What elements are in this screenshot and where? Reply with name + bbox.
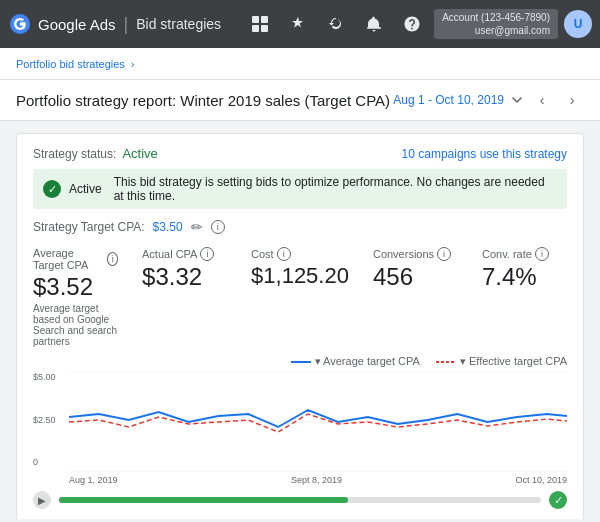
target-cpa-value: $3.50 [153, 220, 183, 234]
conversions-info-icon[interactable]: i [437, 247, 451, 261]
chart-y-label-low: 0 [33, 457, 56, 467]
svg-rect-1 [252, 16, 259, 23]
chart-area: $5.00 $2.50 0 Aug 1, 2019 Sept 8, 2019 O… [33, 372, 567, 485]
legend-avg-line [291, 361, 311, 363]
active-message-banner: ✓ Active This bid strategy is setting bi… [33, 169, 567, 209]
chart-legend: ▾ Average target CPA ▾ Effective target … [33, 355, 567, 368]
date-range-selector[interactable]: Aug 1 - Oct 10, 2019 ‹ › [393, 88, 584, 112]
avg-note: Average target based on Google Search an… [33, 303, 118, 347]
check-circle-icon: ✓ [43, 180, 61, 198]
nav-right-actions: Account (123-456-7890) user@gmail.com U [244, 8, 592, 40]
campaigns-link[interactable]: 10 campaigns use this strategy [402, 147, 567, 161]
page-header: Portfolio strategy report: Winter 2019 s… [0, 80, 600, 121]
metric-conversions-label: Conversions i [373, 247, 458, 261]
avg-target-cpa-info-icon[interactable]: i [107, 252, 118, 266]
svg-rect-4 [261, 25, 268, 32]
metric-actual-cpa: Actual CPA i $3.32 [142, 247, 227, 347]
dropdown-arrow-icon [510, 93, 524, 107]
account-button[interactable]: Account (123-456-7890) user@gmail.com [434, 9, 558, 39]
active-status-label: Active [69, 182, 102, 196]
nav-section-title: Bid strategies [136, 16, 221, 32]
metric-cost-label: Cost i [251, 247, 349, 261]
breadcrumb-parent[interactable]: Portfolio bid strategies [16, 58, 125, 70]
metric-conversions: Conversions i 456 [373, 247, 458, 347]
chart-y-label-mid: $2.50 [33, 415, 56, 425]
active-message-text: This bid strategy is setting bids to opt… [114, 175, 557, 203]
prev-date-button[interactable]: ‹ [530, 88, 554, 112]
metric-avg-target-cpa-label: Average Target CPA i [33, 247, 118, 271]
legend-effective-label: ▾ Effective target CPA [460, 355, 567, 368]
chart-svg [69, 372, 567, 472]
chart-x-labels: Aug 1, 2019 Sept 8, 2019 Oct 10, 2019 [69, 475, 567, 485]
progress-bar-row: ▶ ✓ [33, 491, 567, 509]
metric-actual-cpa-label: Actual CPA i [142, 247, 227, 261]
legend-avg-target-cpa: ▾ Average target CPA [291, 355, 420, 368]
progress-complete-icon: ✓ [549, 491, 567, 509]
target-cpa-row: Strategy Target CPA: $3.50 ✏ i [33, 219, 567, 235]
progress-track [59, 497, 541, 503]
status-label: Strategy status: [33, 147, 116, 161]
legend-avg-label: ▾ Average target CPA [315, 355, 420, 368]
account-name: Account (123-456-7890) [442, 11, 550, 24]
bell-icon[interactable] [358, 8, 390, 40]
metric-avg-target-cpa: Average Target CPA i $3.52 Average targe… [33, 247, 118, 347]
strategy-status-row: Strategy status: Active 10 campaigns use… [33, 146, 567, 161]
metric-conversions-value: 456 [373, 263, 458, 291]
breadcrumb-separator: › [131, 58, 135, 70]
metric-cost: Cost i $1,125.20 [251, 247, 349, 347]
avatar[interactable]: U [564, 10, 592, 38]
main-content: Strategy status: Active 10 campaigns use… [0, 121, 600, 519]
metric-conv-rate-value: 7.4% [482, 263, 567, 291]
breadcrumb: Portfolio bid strategies › [0, 48, 600, 80]
cost-info-icon[interactable]: i [277, 247, 291, 261]
metric-avg-target-cpa-value: $3.52 [33, 273, 118, 301]
metric-conv-rate-label: Conv. rate i [482, 247, 567, 261]
nav-divider: | [124, 14, 129, 35]
edit-icon[interactable]: ✏ [191, 219, 203, 235]
status-value: Active [122, 146, 157, 161]
tools-icon[interactable] [282, 8, 314, 40]
target-cpa-label: Strategy Target CPA: [33, 220, 145, 234]
metric-actual-cpa-value: $3.32 [142, 263, 227, 291]
app-logo: Google Ads [8, 12, 116, 36]
legend-effective-line [436, 359, 456, 365]
metric-cost-value: $1,125.20 [251, 263, 349, 289]
chart-y-label-high: $5.00 [33, 372, 56, 382]
metric-conv-rate: Conv. rate i 7.4% [482, 247, 567, 347]
progress-fill [59, 497, 348, 503]
chart-x-label-mid: Sept 8, 2019 [291, 475, 342, 485]
conv-rate-info-icon[interactable]: i [535, 247, 549, 261]
svg-rect-2 [261, 16, 268, 23]
top-navigation: Google Ads | Bid strategies Account (123… [0, 0, 600, 48]
strategy-card: Strategy status: Active 10 campaigns use… [16, 133, 584, 519]
google-logo-icon [8, 12, 32, 36]
help-icon[interactable] [396, 8, 428, 40]
actual-cpa-info-icon[interactable]: i [200, 247, 214, 261]
grid-icon[interactable] [244, 8, 276, 40]
svg-rect-3 [252, 25, 259, 32]
target-cpa-info-icon[interactable]: i [211, 220, 225, 234]
page-title: Portfolio strategy report: Winter 2019 s… [16, 92, 390, 109]
refresh-icon[interactable] [320, 8, 352, 40]
chart-x-label-start: Aug 1, 2019 [69, 475, 118, 485]
date-range-label: Aug 1 - Oct 10, 2019 [393, 93, 504, 107]
legend-effective-target-cpa: ▾ Effective target CPA [436, 355, 567, 368]
metrics-row: Average Target CPA i $3.52 Average targe… [33, 247, 567, 347]
next-date-button[interactable]: › [560, 88, 584, 112]
account-email: user@gmail.com [442, 24, 550, 37]
chart-x-label-end: Oct 10, 2019 [515, 475, 567, 485]
app-name: Google Ads [38, 16, 116, 33]
progress-start-icon: ▶ [33, 491, 51, 509]
